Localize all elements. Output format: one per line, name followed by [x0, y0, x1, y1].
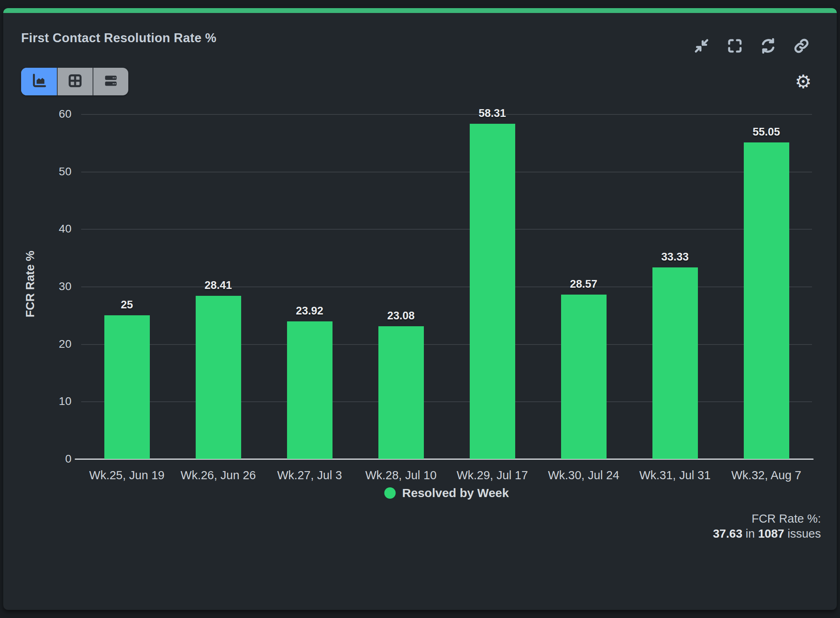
panel-title: First Contact Resolution Rate %	[21, 31, 216, 45]
gridline	[81, 114, 812, 115]
summary-readout: FCR Rate %: 37.63 in 1087 issues	[713, 511, 821, 541]
x-axis-tick-label: Wk.28, Jul 10	[365, 469, 437, 482]
bar[interactable]	[744, 142, 789, 459]
summary-value-line: 37.63 in 1087 issues	[713, 526, 821, 541]
gridline	[81, 172, 812, 172]
x-axis-line	[75, 459, 814, 460]
x-axis-tick-label: Wk.29, Jul 17	[457, 469, 528, 482]
gridline	[81, 401, 812, 402]
fullscreen-icon[interactable]	[726, 37, 743, 54]
table-icon	[67, 73, 83, 90]
y-axis-tick-label: 60	[59, 108, 71, 121]
y-axis-tick-label: 40	[59, 222, 71, 235]
bar[interactable]	[652, 267, 698, 459]
summary-metric-label: FCR Rate %:	[713, 511, 821, 526]
gear-icon[interactable]: ⚙	[795, 72, 812, 91]
bar-value-label: 28.57	[570, 278, 598, 291]
bar-value-label: 23.92	[296, 305, 324, 317]
bar-value-label: 28.41	[205, 279, 232, 292]
y-axis-tick-label: 50	[59, 165, 71, 178]
bar-value-label: 33.33	[661, 251, 689, 263]
bar[interactable]	[561, 295, 607, 459]
x-axis-tick-label: Wk.27, Jul 3	[277, 469, 342, 482]
view-toggle-table-button[interactable]	[57, 68, 93, 95]
view-toggle-group	[21, 68, 128, 95]
view-toggle-chart-button[interactable]	[21, 68, 57, 95]
x-axis-tick-label: Wk.26, Jun 26	[181, 469, 256, 482]
summary-joiner: in	[746, 527, 755, 540]
rows-icon	[103, 73, 119, 90]
summary-count: 1087	[758, 527, 784, 540]
bar-value-label: 58.31	[479, 107, 506, 120]
summary-suffix: issues	[788, 527, 821, 540]
y-axis-tick-label: 20	[59, 338, 71, 351]
panel-card: First Contact Resolution Rate %	[3, 8, 837, 610]
y-axis-tick-label: 30	[59, 280, 71, 293]
legend-item[interactable]: Resolved by Week	[384, 486, 509, 500]
view-toggle-rows-button[interactable]	[93, 68, 128, 95]
collapse-icon[interactable]	[693, 37, 710, 54]
x-axis-tick-label: Wk.30, Jul 24	[548, 469, 620, 482]
y-axis-title: FCR Rate %	[24, 251, 37, 317]
x-axis-tick-label: Wk.32, Aug 7	[731, 469, 801, 482]
x-axis-tick-label: Wk.25, Jun 19	[89, 469, 164, 482]
legend-series-label: Resolved by Week	[402, 486, 509, 500]
y-axis-tick-label: 0	[65, 452, 71, 465]
bar[interactable]	[104, 315, 150, 459]
plot-area: 010203040506025Wk.25, Jun 1928.41Wk.26, …	[81, 114, 812, 459]
bar[interactable]	[287, 321, 333, 459]
bar[interactable]	[470, 124, 515, 459]
bar-value-label: 23.08	[387, 310, 415, 322]
y-axis-tick-label: 10	[59, 395, 71, 408]
link-icon[interactable]	[793, 37, 810, 54]
bar-value-label: 25	[121, 299, 133, 311]
gridline	[81, 286, 812, 287]
gridline	[81, 344, 812, 345]
area-chart-icon	[31, 73, 47, 90]
bar[interactable]	[196, 296, 241, 459]
legend-dot-icon	[384, 487, 396, 499]
panel-accent-bar	[3, 8, 837, 13]
panel-header-actions	[693, 37, 810, 54]
refresh-icon[interactable]	[760, 37, 777, 54]
bar[interactable]	[378, 326, 424, 459]
bar-value-label: 55.05	[753, 126, 780, 138]
x-axis-tick-label: Wk.31, Jul 31	[639, 469, 711, 482]
gridline	[81, 229, 812, 230]
summary-value: 37.63	[713, 527, 743, 540]
